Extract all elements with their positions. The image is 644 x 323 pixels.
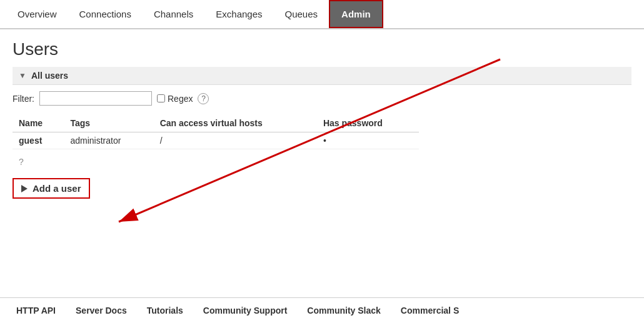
question-mark: ? — [13, 154, 631, 169]
nav-exchanges[interactable]: Exchanges — [204, 1, 273, 27]
footer-link-commercial[interactable]: Commercial S — [391, 298, 469, 323]
col-virtual-hosts: Can access virtual hosts — [154, 114, 317, 132]
top-nav: Overview Connections Channels Exchanges … — [0, 0, 644, 29]
filter-input[interactable] — [39, 91, 152, 106]
user-has-password: • — [317, 132, 419, 149]
nav-queues[interactable]: Queues — [274, 1, 330, 27]
triangle-icon — [21, 185, 28, 192]
footer-link-tutorials[interactable]: Tutorials — [137, 298, 193, 323]
page-title: Users — [13, 39, 631, 59]
footer-link-community-support[interactable]: Community Support — [193, 298, 298, 323]
footer-link-http-api[interactable]: HTTP API — [6, 298, 66, 323]
footer-link-server-docs[interactable]: Server Docs — [66, 298, 137, 323]
table-row[interactable]: guest administrator / • — [13, 132, 419, 149]
footer-nav: HTTP API Server Docs Tutorials Community… — [0, 297, 644, 323]
nav-overview[interactable]: Overview — [6, 1, 68, 27]
filter-row: Filter: Regex ? — [13, 91, 631, 106]
regex-checkbox[interactable] — [157, 94, 165, 102]
page-content: Users ▼ All users Filter: Regex ? Name T… — [0, 29, 644, 209]
add-user-button[interactable]: Add a user — [13, 178, 90, 199]
users-table: Name Tags Can access virtual hosts Has p… — [13, 114, 419, 149]
add-user-label: Add a user — [33, 183, 81, 194]
user-tags: administrator — [64, 132, 153, 149]
table-header-row: Name Tags Can access virtual hosts Has p… — [13, 114, 419, 132]
nav-admin[interactable]: Admin — [329, 0, 383, 28]
regex-label: Regex — [168, 94, 193, 104]
regex-checkbox-label[interactable]: Regex — [157, 94, 193, 104]
filter-label: Filter: — [13, 94, 34, 104]
nav-channels[interactable]: Channels — [143, 1, 204, 27]
user-name: guest — [13, 132, 64, 149]
user-virtual-hosts: / — [154, 132, 317, 149]
all-users-section-header[interactable]: ▼ All users — [13, 67, 631, 85]
col-tags: Tags — [64, 114, 153, 132]
col-name: Name — [13, 114, 64, 132]
help-icon[interactable]: ? — [198, 93, 209, 104]
col-has-password: Has password — [317, 114, 419, 132]
collapse-arrow-icon: ▼ — [19, 71, 26, 80]
section-label: All users — [31, 71, 68, 81]
footer-link-community-slack[interactable]: Community Slack — [297, 298, 390, 323]
nav-connections[interactable]: Connections — [68, 1, 143, 27]
